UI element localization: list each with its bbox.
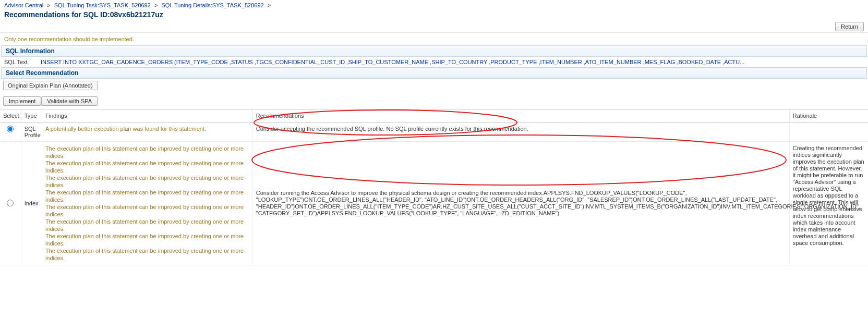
breadcrumb-item-2[interactable]: SQL Tuning Details:SYS_TASK_520692	[161, 2, 263, 8]
findings-row2: The execution plan of this statement can…	[45, 145, 249, 262]
breadcrumb-item-1[interactable]: SQL Tuning Task:SYS_TASK_520692	[54, 2, 151, 8]
findings-row1: A potentially better execution plan was …	[45, 126, 206, 132]
rationale-row1	[789, 122, 868, 142]
recommendation-row2: Consider running the Access Advisor to i…	[256, 190, 786, 217]
top-button-row: Return	[0, 21, 868, 33]
type-cell: SQL Profile	[21, 122, 42, 142]
select-radio-row2[interactable]	[7, 200, 14, 206]
note-text: Only one recommendation should be implem…	[0, 33, 868, 45]
breadcrumb-sep: >	[154, 2, 158, 8]
implement-button[interactable]: Implement	[3, 96, 41, 106]
action-buttons: ImplementValidate with SPA	[3, 96, 868, 106]
sql-text-value[interactable]: INSERT INTO XXTGC_OAR_CADENCE_ORDERS (IT…	[41, 59, 744, 65]
recommendation-row1: Consider accepting the recommended SQL p…	[256, 126, 528, 132]
col-header-recommendations: Recommendations	[252, 109, 789, 122]
svg-point-1	[252, 135, 786, 185]
page-title: Recommendations for SQL ID:08vx6b21217uz	[0, 10, 868, 21]
col-header-type: Type	[21, 109, 42, 122]
sql-text-label: SQL Text	[4, 59, 41, 65]
breadcrumb-item-0[interactable]: Advisor Central	[4, 2, 43, 8]
select-recommendation-header: Select Recommendation	[1, 67, 867, 79]
col-header-findings: Findings	[42, 109, 252, 122]
col-header-select: Select	[0, 109, 21, 122]
breadcrumb-sep: >	[268, 2, 271, 8]
breadcrumb-sep: >	[47, 2, 50, 8]
recommendations-table: Select Type Findings Recommendations Rat…	[0, 109, 868, 265]
sql-info-row: SQL Text INSERT INTO XXTGC_OAR_CADENCE_O…	[0, 57, 868, 67]
col-header-rationale: Rationale	[789, 109, 868, 122]
table-row: Index The execution plan of this stateme…	[0, 142, 868, 265]
table-row: SQL Profile A potentially better executi…	[0, 122, 868, 142]
rationale-row2: Creating the recommended indices signifi…	[793, 145, 865, 247]
select-radio-row1[interactable]	[7, 126, 14, 132]
original-explain-plan-button[interactable]: Original Explain Plan (Annotated)	[3, 81, 98, 90]
return-button[interactable]: Return	[835, 22, 864, 31]
type-cell: Index	[21, 142, 42, 265]
validate-spa-button[interactable]: Validate with SPA	[41, 96, 98, 106]
sql-information-header: SQL Information	[1, 45, 867, 57]
breadcrumb: Advisor Central > SQL Tuning Task:SYS_TA…	[0, 0, 868, 10]
